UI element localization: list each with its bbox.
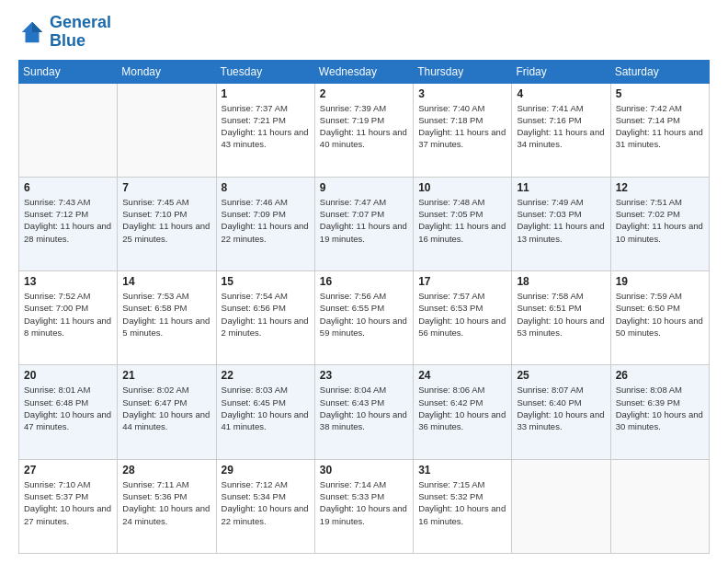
calendar-cell: 31Sunrise: 7:15 AMSunset: 5:32 PMDayligh… [414,459,512,553]
day-number: 6 [24,181,112,194]
calendar-week-row: 6Sunrise: 7:43 AMSunset: 7:12 PMDaylight… [19,177,710,270]
day-number: 30 [320,464,408,477]
day-number: 2 [320,87,408,100]
calendar-table: SundayMondayTuesdayWednesdayThursdayFrid… [18,60,710,554]
calendar-week-row: 13Sunrise: 7:52 AMSunset: 7:00 PMDayligh… [19,271,710,365]
calendar-cell: 28Sunrise: 7:11 AMSunset: 5:36 PMDayligh… [118,459,216,553]
calendar-cell: 7Sunrise: 7:45 AMSunset: 7:10 PMDaylight… [118,177,216,270]
day-number: 1 [222,87,310,100]
day-number: 4 [517,87,605,100]
day-info: Sunrise: 7:54 AMSunset: 6:56 PMDaylight:… [222,290,310,339]
day-info: Sunrise: 7:51 AMSunset: 7:02 PMDaylight:… [616,196,704,245]
calendar-cell: 6Sunrise: 7:43 AMSunset: 7:12 PMDaylight… [19,177,118,270]
day-info: Sunrise: 7:52 AMSunset: 7:00 PMDaylight:… [24,290,112,339]
day-info: Sunrise: 8:04 AMSunset: 6:43 PMDaylight:… [320,384,408,432]
calendar-cell: 4Sunrise: 7:41 AMSunset: 7:16 PMDaylight… [512,83,610,177]
day-info: Sunrise: 7:46 AMSunset: 7:09 PMDaylight:… [222,196,310,245]
day-of-week-sunday: Sunday [19,60,118,83]
calendar-cell: 16Sunrise: 7:56 AMSunset: 6:55 PMDayligh… [314,271,413,365]
calendar-cell: 22Sunrise: 8:03 AMSunset: 6:45 PMDayligh… [216,365,314,459]
day-info: Sunrise: 7:58 AMSunset: 6:51 PMDaylight:… [517,290,605,339]
calendar-cell [118,83,216,177]
calendar-cell: 12Sunrise: 7:51 AMSunset: 7:02 PMDayligh… [610,177,709,270]
svg-marker-1 [32,22,42,32]
day-info: Sunrise: 7:41 AMSunset: 7:16 PMDaylight:… [517,102,605,151]
day-info: Sunrise: 7:14 AMSunset: 5:33 PMDaylight:… [320,478,408,527]
day-of-week-thursday: Thursday [414,60,512,83]
day-number: 22 [222,369,310,382]
calendar-cell: 8Sunrise: 7:46 AMSunset: 7:09 PMDaylight… [216,177,314,270]
day-number: 18 [517,275,605,288]
day-info: Sunrise: 7:40 AMSunset: 7:18 PMDaylight:… [418,102,506,151]
logo-text: General Blue [50,14,111,51]
day-info: Sunrise: 7:49 AMSunset: 7:03 PMDaylight:… [517,196,605,245]
day-info: Sunrise: 7:11 AMSunset: 5:36 PMDaylight:… [122,478,210,527]
day-info: Sunrise: 7:12 AMSunset: 5:34 PMDaylight:… [222,478,310,527]
calendar-cell: 3Sunrise: 7:40 AMSunset: 7:18 PMDaylight… [414,83,512,177]
page: General Blue SundayMondayTuesdayWednesda… [0,0,728,563]
day-number: 27 [24,464,112,477]
day-of-week-friday: Friday [512,60,610,83]
calendar-cell: 19Sunrise: 7:59 AMSunset: 6:50 PMDayligh… [610,271,709,365]
day-number: 29 [222,464,310,477]
day-number: 24 [418,369,506,382]
calendar-week-row: 27Sunrise: 7:10 AMSunset: 5:37 PMDayligh… [19,459,710,553]
day-number: 31 [418,464,506,477]
logo-icon [18,18,46,46]
calendar-cell: 30Sunrise: 7:14 AMSunset: 5:33 PMDayligh… [314,459,413,553]
calendar-week-row: 20Sunrise: 8:01 AMSunset: 6:48 PMDayligh… [19,365,710,459]
day-number: 28 [122,464,210,477]
day-number: 11 [517,181,605,194]
day-info: Sunrise: 7:57 AMSunset: 6:53 PMDaylight:… [418,290,506,339]
day-info: Sunrise: 7:53 AMSunset: 6:58 PMDaylight:… [122,290,210,339]
calendar-cell: 25Sunrise: 8:07 AMSunset: 6:40 PMDayligh… [512,365,610,459]
day-number: 20 [24,369,112,382]
day-info: Sunrise: 7:37 AMSunset: 7:21 PMDaylight:… [222,102,310,151]
calendar-cell: 5Sunrise: 7:42 AMSunset: 7:14 PMDaylight… [610,83,709,177]
day-number: 14 [122,275,210,288]
calendar-cell: 10Sunrise: 7:48 AMSunset: 7:05 PMDayligh… [414,177,512,270]
day-info: Sunrise: 8:06 AMSunset: 6:42 PMDaylight:… [418,384,506,432]
day-number: 12 [616,181,704,194]
calendar-cell: 2Sunrise: 7:39 AMSunset: 7:19 PMDaylight… [314,83,413,177]
calendar-cell: 26Sunrise: 8:08 AMSunset: 6:39 PMDayligh… [610,365,709,459]
calendar-cell: 20Sunrise: 8:01 AMSunset: 6:48 PMDayligh… [19,365,118,459]
day-number: 23 [320,369,408,382]
day-info: Sunrise: 7:42 AMSunset: 7:14 PMDaylight:… [616,102,704,151]
calendar-cell: 11Sunrise: 7:49 AMSunset: 7:03 PMDayligh… [512,177,610,270]
logo: General Blue [18,14,111,51]
day-info: Sunrise: 7:47 AMSunset: 7:07 PMDaylight:… [320,196,408,245]
day-info: Sunrise: 7:39 AMSunset: 7:19 PMDaylight:… [320,102,408,151]
calendar-cell: 14Sunrise: 7:53 AMSunset: 6:58 PMDayligh… [118,271,216,365]
day-of-week-wednesday: Wednesday [314,60,413,83]
calendar-cell [610,459,709,553]
calendar-header-row: SundayMondayTuesdayWednesdayThursdayFrid… [19,60,710,83]
day-number: 5 [616,87,704,100]
day-number: 26 [616,369,704,382]
calendar-cell [19,83,118,177]
day-info: Sunrise: 7:45 AMSunset: 7:10 PMDaylight:… [122,196,210,245]
calendar-cell: 18Sunrise: 7:58 AMSunset: 6:51 PMDayligh… [512,271,610,365]
calendar-cell: 24Sunrise: 8:06 AMSunset: 6:42 PMDayligh… [414,365,512,459]
day-number: 21 [122,369,210,382]
day-info: Sunrise: 8:02 AMSunset: 6:47 PMDaylight:… [122,384,210,432]
calendar-cell: 21Sunrise: 8:02 AMSunset: 6:47 PMDayligh… [118,365,216,459]
day-number: 16 [320,275,408,288]
calendar-cell: 17Sunrise: 7:57 AMSunset: 6:53 PMDayligh… [414,271,512,365]
calendar-cell: 29Sunrise: 7:12 AMSunset: 5:34 PMDayligh… [216,459,314,553]
calendar-week-row: 1Sunrise: 7:37 AMSunset: 7:21 PMDaylight… [19,83,710,177]
day-of-week-monday: Monday [118,60,216,83]
day-number: 3 [418,87,506,100]
day-number: 25 [517,369,605,382]
header: General Blue [18,14,710,51]
day-info: Sunrise: 7:56 AMSunset: 6:55 PMDaylight:… [320,290,408,339]
day-info: Sunrise: 7:10 AMSunset: 5:37 PMDaylight:… [24,478,112,527]
day-number: 15 [222,275,310,288]
calendar-cell: 13Sunrise: 7:52 AMSunset: 7:00 PMDayligh… [19,271,118,365]
day-info: Sunrise: 7:43 AMSunset: 7:12 PMDaylight:… [24,196,112,245]
calendar-cell: 23Sunrise: 8:04 AMSunset: 6:43 PMDayligh… [314,365,413,459]
day-number: 9 [320,181,408,194]
calendar-cell [512,459,610,553]
day-number: 10 [418,181,506,194]
day-info: Sunrise: 7:59 AMSunset: 6:50 PMDaylight:… [616,290,704,339]
